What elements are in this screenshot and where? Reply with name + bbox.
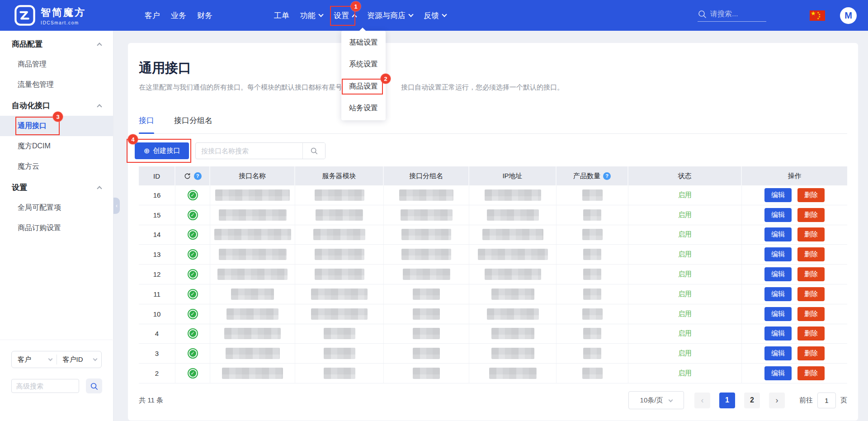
cell-interface-name [210,185,295,205]
edit-button[interactable]: 编辑 [764,326,792,341]
goto-page-input[interactable] [817,393,836,408]
sidebar-item[interactable]: 流量包管理 [0,75,113,95]
brand-logo-icon [14,5,35,26]
redacted-text [487,209,539,221]
nav-item-6[interactable]: 资源与商店 [362,0,418,31]
tab-0[interactable]: 接口 [139,115,154,133]
edit-button[interactable]: 编辑 [764,208,792,222]
avatar[interactable]: M [840,7,857,24]
cell-interface-name [210,205,295,225]
annotation-badge-2: 2 [381,74,391,84]
edit-button[interactable]: 编辑 [764,346,792,360]
redacted-text [226,308,278,320]
cell-actions: 编辑 删除 [742,304,847,324]
cell-default-flag: ✓ [175,265,210,284]
redacted-text [324,348,355,359]
redacted-text [582,189,603,201]
refresh-icon[interactable] [184,172,191,180]
prev-page-button[interactable]: ‹ [694,393,710,408]
cell-interface-group [384,225,469,245]
question-icon[interactable]: ? [603,172,611,180]
redacted-text [311,289,368,300]
cell-id: 10 [139,304,175,324]
nav-item-2[interactable]: 财务 [192,0,218,31]
question-icon[interactable]: ? [194,172,202,180]
page-button-1[interactable]: 1 [719,393,735,408]
delete-button[interactable]: 删除 [797,227,825,241]
create-interface-button[interactable]: ⊕ 创建接口 [135,142,189,159]
cell-id: 12 [139,265,175,284]
sidebar-collapse-handle[interactable]: ‹ [113,198,120,214]
global-search-input[interactable] [710,10,764,18]
dropdown-item[interactable]: 站务设置 [341,98,386,120]
nav-item-4[interactable]: 功能 [295,0,328,31]
delete-button[interactable]: 删除 [797,188,825,202]
sidebar-item[interactable]: 魔方云 [0,156,113,177]
interface-search-button[interactable] [302,143,325,159]
sidebar-item[interactable]: 商品订购设置 [0,218,113,238]
cell-id: 13 [139,245,175,264]
delete-button[interactable]: 删除 [797,346,825,360]
edit-button[interactable]: 编辑 [764,247,792,261]
china-flag-icon[interactable]: ★ ★ ★ ★ ★ [810,10,825,21]
edit-button[interactable]: 编辑 [764,188,792,202]
cell-actions: 编辑 删除 [742,185,847,205]
advanced-search-button[interactable] [86,378,102,393]
delete-button[interactable]: 删除 [797,247,825,261]
customer-select[interactable]: 客户 [12,351,57,368]
cell-default-flag: ✓ [175,284,210,304]
next-page-button[interactable]: › [769,393,785,408]
delete-button[interactable]: 删除 [797,267,825,281]
interface-search-input[interactable] [196,147,302,155]
dropdown-item[interactable]: 系统设置 [341,54,386,76]
edit-button[interactable]: 编辑 [764,366,792,380]
delete-button[interactable]: 删除 [797,366,825,380]
page-button-2[interactable]: 2 [744,393,760,408]
sidebar-item[interactable]: 全局可配置项 [0,198,113,218]
delete-button[interactable]: 删除 [797,287,825,301]
nav-item-0[interactable]: 客户 [139,0,165,31]
edit-button[interactable]: 编辑 [764,267,792,281]
dropdown-item[interactable]: 商品设置 2 [341,76,386,98]
annotation-badge-4: 4 [128,134,138,144]
nav-item-3[interactable]: 工单 [269,0,295,31]
edit-button[interactable]: 编辑 [764,307,792,321]
cell-status: 启用 [628,205,742,225]
cell-server-module [295,245,384,264]
table-body: 16 ✓ 启用 编辑 删除 15 ✓ 启用 编辑 删除 14 ✓ [139,185,847,383]
cell-ip-address [469,324,557,344]
tab-1[interactable]: 接口分组名 [174,115,212,133]
delete-button[interactable]: 删除 [797,208,825,222]
redacted-text [583,328,601,339]
sidebar-item[interactable]: 商品管理 [0,54,113,75]
dropdown-item[interactable]: 基础设置 [341,32,386,54]
sidebar-group-title[interactable]: 设置 [0,177,113,198]
brand-logo[interactable]: 智简魔方 IDCSmart.com [14,5,86,26]
sidebar-item[interactable]: 通用接口 3 [0,116,113,136]
sidebar-group: 自动化接口 通用接口 3 魔方DCIM 魔方云 [0,95,113,177]
global-search[interactable] [698,9,766,22]
nav-item-5[interactable]: 设置 1 [328,0,362,31]
check-circle-icon: ✓ [188,328,198,339]
redacted-text [324,328,355,339]
chevron-down-icon [669,397,673,402]
sidebar-item[interactable]: 魔方DCIM [0,136,113,156]
nav-item-1[interactable]: 业务 [165,0,192,31]
nav-item-7[interactable]: 反馈 [418,0,452,31]
page-size-select[interactable]: 10条/页 [628,391,684,409]
sidebar-group-title[interactable]: 商品配置 [0,33,113,54]
cell-id: 14 [139,225,175,245]
customer-id-select[interactable]: 客户ID [57,351,102,368]
cell-ip-address [469,265,557,284]
edit-button[interactable]: 编辑 [764,227,792,241]
delete-button[interactable]: 删除 [797,326,825,341]
redacted-text [583,209,601,221]
col-id: ID [139,166,175,185]
redacted-text [217,269,288,280]
cell-status: 启用 [628,245,742,264]
edit-button[interactable]: 编辑 [764,287,792,301]
redacted-text [413,348,440,359]
advanced-search-input[interactable] [11,379,79,393]
redacted-text [485,269,541,280]
delete-button[interactable]: 删除 [797,307,825,321]
